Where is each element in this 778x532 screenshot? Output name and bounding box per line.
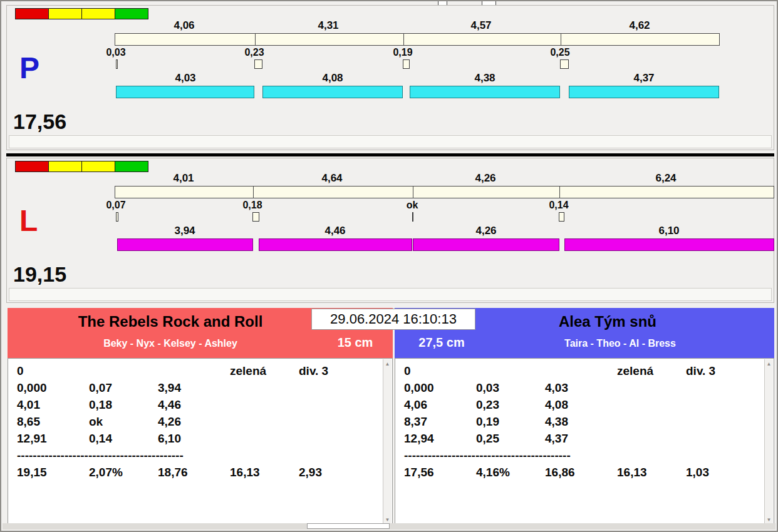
changeover-mark bbox=[559, 212, 564, 222]
changeover-mark bbox=[116, 59, 118, 69]
split-time-label: 4,57 bbox=[443, 19, 519, 32]
cell bbox=[686, 413, 760, 430]
crossover-label: 0,23 bbox=[236, 47, 273, 58]
table-row: 4,06 0,23 4,08 bbox=[404, 396, 760, 413]
cell bbox=[545, 362, 617, 379]
cell: 19,15 bbox=[17, 464, 89, 481]
cell: 2,93 bbox=[299, 464, 378, 481]
lane-letter: P bbox=[19, 53, 39, 83]
status-row: 0 zelená div. 3 bbox=[17, 362, 378, 379]
cell: 12,94 bbox=[404, 430, 476, 447]
cell: 4,06 bbox=[404, 396, 476, 413]
cell: 0,000 bbox=[17, 379, 89, 396]
cell bbox=[299, 396, 378, 413]
summary-row: 19,15 2,07% 18,76 16,13 2,93 bbox=[17, 464, 378, 481]
timing-app-window: P 4,06 4,31 4,57 4,62 0,03 0,23 0,19 0,2… bbox=[0, 0, 778, 532]
cell bbox=[686, 379, 760, 396]
summary-row: 17,56 4,16% 16,86 16,13 1,03 bbox=[404, 464, 760, 481]
cell: 0,07 bbox=[89, 379, 158, 396]
cell: 8,37 bbox=[404, 413, 476, 430]
cell bbox=[230, 396, 299, 413]
cell bbox=[89, 362, 158, 379]
cell: 4,26 bbox=[158, 413, 230, 430]
cell: 0,23 bbox=[476, 396, 545, 413]
cell: 4,08 bbox=[545, 396, 617, 413]
cell: 0 bbox=[404, 362, 476, 379]
cell: 8,65 bbox=[17, 413, 89, 430]
table-row: 12,94 0,25 4,37 bbox=[404, 430, 760, 447]
scroll-down-icon[interactable]: ▼ bbox=[765, 517, 773, 523]
scroll-up-icon[interactable]: ▲ bbox=[383, 361, 392, 367]
separator-row: ----------------------------------------… bbox=[17, 447, 378, 464]
scroll-up-icon[interactable]: ▲ bbox=[765, 361, 773, 367]
split-tick bbox=[561, 34, 561, 45]
run-bar bbox=[116, 86, 254, 98]
lane-chart: 4,01 4,64 4,26 6,24 0,07 0,18 ok 0,14 3,… bbox=[115, 158, 775, 284]
cell: 0,14 bbox=[89, 430, 158, 447]
split-tick bbox=[403, 34, 404, 45]
split-time-label: 4,31 bbox=[291, 19, 366, 32]
cell: 2,07% bbox=[89, 464, 158, 481]
crossover-label: 0,14 bbox=[540, 200, 578, 211]
run-bar bbox=[259, 238, 412, 251]
split-time-label: 4,64 bbox=[294, 172, 370, 185]
cell: 16,13 bbox=[617, 464, 686, 481]
run-time-label: 6,10 bbox=[631, 225, 707, 237]
team-members: Beky - Nyx - Kelsey - Ashley bbox=[20, 338, 321, 349]
split-time-label: 4,06 bbox=[147, 19, 222, 32]
cell bbox=[686, 430, 760, 447]
crossover-label: 0,07 bbox=[97, 200, 135, 211]
results-table: 0 zelená div. 3 0,000 0,03 4,03 4,06 0,2… bbox=[404, 362, 760, 521]
run-bar bbox=[410, 86, 560, 98]
cell bbox=[617, 413, 686, 430]
lane-letter: L bbox=[19, 206, 38, 236]
scrollbar[interactable]: ▲ ▼ bbox=[764, 359, 773, 524]
cell: 0 bbox=[17, 362, 89, 379]
cell bbox=[230, 430, 299, 447]
run-bar bbox=[117, 238, 253, 251]
bottom-status-box bbox=[307, 523, 390, 529]
scrollbar[interactable]: ▲ ▼ bbox=[383, 359, 392, 524]
cell bbox=[299, 379, 378, 396]
cell: div. 3 bbox=[686, 362, 760, 379]
cell: 4,38 bbox=[545, 413, 617, 430]
cell: zelená bbox=[230, 362, 299, 379]
split-time-label: 4,62 bbox=[602, 19, 677, 32]
cell: 18,76 bbox=[158, 464, 230, 481]
cell bbox=[617, 379, 686, 396]
cell: 1,03 bbox=[686, 464, 760, 481]
cell: 0,18 bbox=[89, 396, 158, 413]
cell: 0,19 bbox=[476, 413, 545, 430]
results-table: 0 zelená div. 3 0,000 0,07 3,94 4,01 0,1… bbox=[17, 362, 378, 521]
cell: 4,37 bbox=[545, 430, 617, 447]
cell: 3,94 bbox=[158, 379, 230, 396]
run-time-label: 4,37 bbox=[606, 72, 682, 84]
scroll-down-icon[interactable]: ▼ bbox=[383, 517, 392, 523]
light-red-icon bbox=[15, 8, 49, 19]
bottom-status-band bbox=[3, 523, 775, 529]
split-tick bbox=[413, 187, 413, 198]
team-results-panel-right: 0 zelená div. 3 0,000 0,03 4,03 4,06 0,2… bbox=[395, 358, 774, 526]
crossover-label: 0,25 bbox=[541, 47, 579, 58]
lane-panel-p: P 4,06 4,31 4,57 4,62 0,03 0,23 0,19 0,2… bbox=[6, 5, 774, 150]
cell: 0,03 bbox=[476, 379, 545, 396]
split-bar bbox=[115, 33, 720, 46]
light-yellow1-icon bbox=[48, 8, 82, 19]
run-time-label: 3,94 bbox=[147, 225, 222, 237]
status-row: 0 zelená div. 3 bbox=[404, 362, 760, 379]
team-members: Taira - Theo - Al - Bress bbox=[470, 338, 770, 349]
run-bar bbox=[413, 238, 559, 251]
light-yellow2-icon bbox=[81, 8, 115, 19]
changeover-mark bbox=[116, 212, 118, 222]
lane-divider bbox=[6, 153, 774, 156]
team-results-panel-left: 0 zelená div. 3 0,000 0,07 3,94 4,01 0,1… bbox=[8, 358, 393, 526]
separator-row: ----------------------------------------… bbox=[404, 447, 760, 464]
separator-dashes: ----------------------------------------… bbox=[404, 447, 686, 464]
race-timestamp: 29.06.2024 16:10:13 bbox=[311, 309, 475, 330]
split-time-label: 6,24 bbox=[628, 172, 703, 185]
crossover-label: 0,18 bbox=[234, 200, 271, 211]
lane-status-strip bbox=[9, 135, 772, 148]
run-time-label: 4,03 bbox=[148, 72, 223, 84]
cell bbox=[230, 379, 299, 396]
split-tick bbox=[559, 187, 560, 198]
